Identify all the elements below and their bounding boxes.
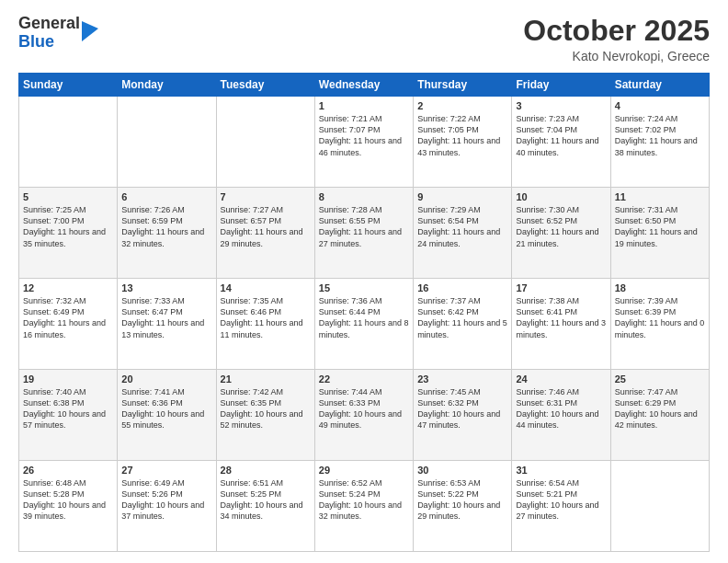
daylight-text: Daylight: 11 hours and 46 minutes. — [319, 135, 409, 157]
day-cell: 6Sunrise: 7:26 AMSunset: 6:59 PMDaylight… — [118, 188, 216, 279]
day-cell: 2Sunrise: 7:22 AMSunset: 7:05 PMDaylight… — [414, 97, 512, 188]
sunrise-text: Sunrise: 7:27 AM — [221, 204, 311, 215]
day-info: Sunrise: 7:26 AMSunset: 6:59 PMDaylight:… — [121, 204, 211, 249]
sunset-text: Sunset: 5:24 PM — [319, 488, 409, 500]
day-info: Sunrise: 7:42 AMSunset: 6:35 PMDaylight:… — [221, 386, 311, 431]
day-cell: 30Sunrise: 6:53 AMSunset: 5:22 PMDayligh… — [414, 461, 512, 552]
day-cell: 4Sunrise: 7:24 AMSunset: 7:02 PMDaylight… — [610, 97, 709, 188]
sunset-text: Sunset: 6:55 PM — [319, 215, 409, 226]
daylight-text: Daylight: 11 hours and 35 minutes. — [23, 226, 113, 248]
day-cell — [216, 97, 314, 188]
sunset-text: Sunset: 6:39 PM — [615, 306, 705, 317]
day-info: Sunrise: 7:35 AMSunset: 6:46 PMDaylight:… — [221, 295, 311, 340]
day-number: 4 — [615, 100, 705, 111]
page: General Blue October 2025 Kato Nevrokopi… — [0, 0, 728, 563]
week-row-4: 19Sunrise: 7:40 AMSunset: 6:38 PMDayligh… — [19, 370, 710, 461]
day-cell: 9Sunrise: 7:29 AMSunset: 6:54 PMDaylight… — [414, 188, 512, 279]
sunrise-text: Sunrise: 7:42 AM — [221, 386, 311, 397]
sunrise-text: Sunrise: 7:36 AM — [319, 295, 409, 306]
daylight-text: Daylight: 11 hours and 3 minutes. — [516, 317, 606, 339]
daylight-text: Daylight: 11 hours and 8 minutes. — [319, 317, 409, 339]
day-cell: 8Sunrise: 7:28 AMSunset: 6:55 PMDaylight… — [314, 188, 413, 279]
day-info: Sunrise: 7:39 AMSunset: 6:39 PMDaylight:… — [615, 295, 705, 340]
day-cell: 17Sunrise: 7:38 AMSunset: 6:41 PMDayligh… — [512, 279, 610, 370]
day-info: Sunrise: 7:25 AMSunset: 7:00 PMDaylight:… — [23, 204, 113, 249]
day-cell: 20Sunrise: 7:41 AMSunset: 6:36 PMDayligh… — [118, 370, 216, 461]
day-cell: 1Sunrise: 7:21 AMSunset: 7:07 PMDaylight… — [314, 97, 413, 188]
daylight-text: Daylight: 10 hours and 55 minutes. — [121, 408, 211, 431]
sunset-text: Sunset: 5:22 PM — [417, 488, 507, 500]
day-info: Sunrise: 7:37 AMSunset: 6:42 PMDaylight:… — [417, 295, 507, 340]
col-tuesday: Tuesday — [216, 74, 314, 97]
day-info: Sunrise: 6:48 AMSunset: 5:28 PMDaylight:… — [23, 477, 113, 523]
sunset-text: Sunset: 6:42 PM — [417, 306, 507, 317]
day-number: 12 — [23, 282, 113, 293]
day-info: Sunrise: 6:52 AMSunset: 5:24 PMDaylight:… — [319, 477, 409, 523]
day-number: 27 — [121, 465, 211, 476]
daylight-text: Daylight: 11 hours and 40 minutes. — [516, 135, 606, 157]
sunrise-text: Sunrise: 7:45 AM — [417, 386, 507, 397]
day-info: Sunrise: 7:38 AMSunset: 6:41 PMDaylight:… — [516, 295, 606, 340]
day-cell: 13Sunrise: 7:33 AMSunset: 6:47 PMDayligh… — [118, 279, 216, 370]
daylight-text: Daylight: 10 hours and 57 minutes. — [23, 408, 113, 431]
col-saturday: Saturday — [610, 74, 709, 97]
day-info: Sunrise: 7:31 AMSunset: 6:50 PMDaylight:… — [615, 204, 705, 249]
daylight-text: Daylight: 11 hours and 43 minutes. — [417, 135, 507, 157]
day-cell — [118, 97, 216, 188]
day-number: 29 — [319, 465, 409, 476]
day-number: 17 — [516, 282, 606, 293]
location: Kato Nevrokopi, Greece — [523, 49, 710, 63]
sunrise-text: Sunrise: 6:53 AM — [417, 477, 507, 488]
sunrise-text: Sunrise: 7:24 AM — [615, 113, 705, 124]
daylight-text: Daylight: 10 hours and 49 minutes. — [319, 408, 409, 431]
day-cell: 21Sunrise: 7:42 AMSunset: 6:35 PMDayligh… — [216, 370, 314, 461]
sunrise-text: Sunrise: 7:46 AM — [516, 386, 606, 397]
logo-general: General — [18, 15, 80, 33]
day-cell: 7Sunrise: 7:27 AMSunset: 6:57 PMDaylight… — [216, 188, 314, 279]
daylight-text: Daylight: 10 hours and 27 minutes. — [516, 500, 606, 522]
day-info: Sunrise: 7:29 AMSunset: 6:54 PMDaylight:… — [417, 204, 507, 249]
day-number: 20 — [121, 373, 211, 385]
day-number: 24 — [516, 373, 606, 385]
day-info: Sunrise: 7:45 AMSunset: 6:32 PMDaylight:… — [417, 386, 507, 431]
day-cell: 15Sunrise: 7:36 AMSunset: 6:44 PMDayligh… — [314, 279, 413, 370]
day-number: 2 — [417, 100, 507, 111]
day-cell: 28Sunrise: 6:51 AMSunset: 5:25 PMDayligh… — [216, 461, 314, 552]
daylight-text: Daylight: 11 hours and 29 minutes. — [221, 226, 311, 248]
sunset-text: Sunset: 5:26 PM — [121, 488, 211, 500]
day-number: 8 — [319, 191, 409, 202]
day-number: 3 — [516, 100, 606, 111]
logo-icon — [82, 21, 98, 41]
col-sunday: Sunday — [19, 74, 118, 97]
sunrise-text: Sunrise: 7:33 AM — [121, 295, 211, 306]
sunset-text: Sunset: 6:36 PM — [121, 397, 211, 408]
sunset-text: Sunset: 6:47 PM — [121, 306, 211, 317]
week-row-1: 1Sunrise: 7:21 AMSunset: 7:07 PMDaylight… — [19, 97, 710, 188]
daylight-text: Daylight: 10 hours and 52 minutes. — [221, 408, 311, 431]
sunrise-text: Sunrise: 7:31 AM — [615, 204, 705, 215]
header: General Blue October 2025 Kato Nevrokopi… — [18, 15, 710, 63]
day-info: Sunrise: 7:21 AMSunset: 7:07 PMDaylight:… — [319, 113, 409, 158]
day-cell: 25Sunrise: 7:47 AMSunset: 6:29 PMDayligh… — [610, 370, 709, 461]
sunset-text: Sunset: 6:38 PM — [23, 397, 113, 408]
sunset-text: Sunset: 6:33 PM — [319, 397, 409, 408]
day-info: Sunrise: 7:27 AMSunset: 6:57 PMDaylight:… — [221, 204, 311, 249]
day-cell: 3Sunrise: 7:23 AMSunset: 7:04 PMDaylight… — [512, 97, 610, 188]
day-info: Sunrise: 7:36 AMSunset: 6:44 PMDaylight:… — [319, 295, 409, 340]
calendar-body: 1Sunrise: 7:21 AMSunset: 7:07 PMDaylight… — [19, 97, 710, 552]
sunset-text: Sunset: 7:04 PM — [516, 124, 606, 135]
day-info: Sunrise: 7:44 AMSunset: 6:33 PMDaylight:… — [319, 386, 409, 431]
day-cell: 31Sunrise: 6:54 AMSunset: 5:21 PMDayligh… — [512, 461, 610, 552]
week-row-5: 26Sunrise: 6:48 AMSunset: 5:28 PMDayligh… — [19, 461, 710, 552]
day-cell: 16Sunrise: 7:37 AMSunset: 6:42 PMDayligh… — [414, 279, 512, 370]
sunset-text: Sunset: 6:52 PM — [516, 215, 606, 226]
daylight-text: Daylight: 11 hours and 13 minutes. — [121, 317, 211, 339]
sunrise-text: Sunrise: 7:39 AM — [615, 295, 705, 306]
daylight-text: Daylight: 10 hours and 47 minutes. — [417, 408, 507, 431]
day-number: 5 — [23, 191, 113, 202]
sunset-text: Sunset: 6:29 PM — [615, 397, 705, 408]
day-cell: 12Sunrise: 7:32 AMSunset: 6:49 PMDayligh… — [19, 279, 118, 370]
day-cell: 29Sunrise: 6:52 AMSunset: 5:24 PMDayligh… — [314, 461, 413, 552]
day-number: 6 — [121, 191, 211, 202]
day-number: 19 — [23, 373, 113, 385]
